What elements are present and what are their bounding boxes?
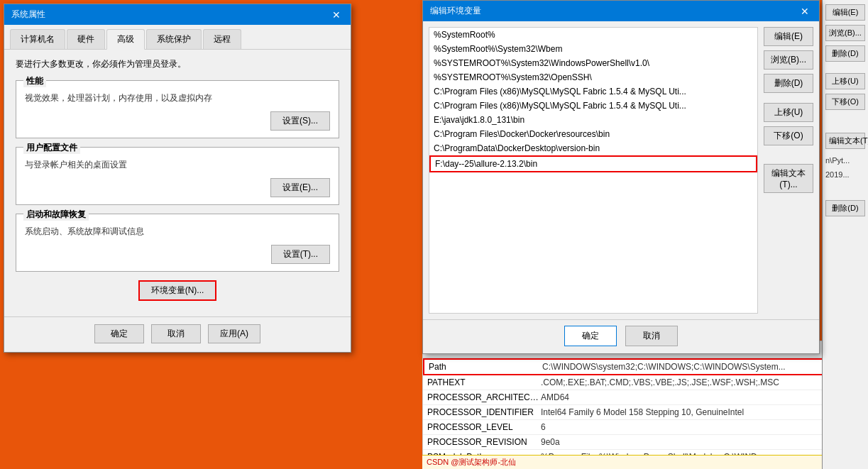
sys-props-title: 系统属性 <box>11 9 45 21</box>
edit-env-titlebar: 编辑环境变量 ✕ <box>423 1 819 21</box>
edit-env-title: 编辑环境变量 <box>430 5 481 17</box>
sys-props-tabs: 计算机名 硬件 高级 系统保护 远程 <box>4 25 351 50</box>
admin-notice: 要进行大多数更改，你必须作为管理员登录。 <box>16 58 339 70</box>
sys-props-footer: 确定 取消 应用(A) <box>4 316 351 352</box>
var-name: PROCESSOR_IDENTIFIER <box>427 407 541 417</box>
sys-props-apply-btn[interactable]: 应用(A) <box>208 324 260 343</box>
sys-vars-row[interactable]: PROCESSOR_IDENTIFIERIntel64 Family 6 Mod… <box>423 405 847 420</box>
var-name: PATHEXT <box>427 377 541 387</box>
sys-props-cancel-btn[interactable]: 取消 <box>151 324 201 343</box>
startup-recovery-title: 启动和故障恢复 <box>23 209 89 221</box>
sys-vars-row[interactable]: PathC:\WINDOWS\system32;C:\WINDOWS;C:\WI… <box>423 358 847 375</box>
var-value: Intel64 Family 6 Model 158 Stepping 10, … <box>541 407 843 417</box>
var-value: 9e0a <box>541 437 843 447</box>
user-profiles-desc: 与登录帐户相关的桌面设置 <box>25 159 330 171</box>
edit-btn[interactable]: 编辑(E) <box>764 27 813 46</box>
edit-env-ok-btn[interactable]: 确定 <box>564 326 617 346</box>
path-list-item[interactable]: C:\ProgramData\DockerDesktop\version-bin <box>429 141 757 155</box>
csdn-watermark: CSDN @测试架构师-北仙 <box>422 455 822 469</box>
var-name: PROCESSOR_LEVEL <box>427 422 541 432</box>
edit-env-body: %SystemRoot%%SystemRoot%\System32\Wbem%S… <box>423 21 819 319</box>
edit-env-cancel-btn[interactable]: 取消 <box>625 326 678 346</box>
path-list-item[interactable]: E:\java\jdk1.8.0_131\bin <box>429 113 757 127</box>
sys-vars-row[interactable]: PATHEXT.COM;.EXE;.BAT;.CMD;.VBS;.VBE;.JS… <box>423 375 847 390</box>
right-side-panel: 编辑(E) 浏览(B)... 删除(D) 上移(U) 下移(O) 编辑文本(T)… <box>822 0 868 469</box>
user-profiles-title: 用户配置文件 <box>23 142 80 154</box>
right-edit-text-btn[interactable]: 编辑文本(T)... <box>825 133 865 149</box>
startup-recovery-settings-btn[interactable]: 设置(T)... <box>271 245 330 264</box>
path-list-item[interactable]: C:\Program Files\Docker\Docker\resources… <box>429 127 757 141</box>
path-list-item[interactable]: F:\day--25\allure-2.13.2\bin <box>429 155 757 172</box>
path-list-item[interactable]: C:\Program Files (x86)\MySQL\MySQL Fabri… <box>429 99 757 113</box>
path-list-item[interactable]: C:\Program Files (x86)\MySQL\MySQL Fabri… <box>429 84 757 99</box>
sys-vars-row[interactable]: PROCESSOR_LEVEL6 <box>423 420 847 435</box>
var-value: AMD64 <box>541 392 843 402</box>
path-list-item[interactable]: %SYSTEMROOT%\System32\WindowsPowerShell\… <box>429 56 757 70</box>
edit-env-dialog: 编辑环境变量 ✕ %SystemRoot%%SystemRoot%\System… <box>422 0 820 354</box>
performance-desc: 视觉效果，处理器计划，内存使用，以及虚拟内存 <box>25 92 330 104</box>
startup-recovery-desc: 系统启动、系统故障和调试信息 <box>25 226 330 238</box>
performance-section: 性能 视觉效果，处理器计划，内存使用，以及虚拟内存 设置(S)... <box>16 80 339 138</box>
path-list-item[interactable]: %SystemRoot% <box>429 28 757 42</box>
performance-title: 性能 <box>23 75 46 87</box>
right-delete-btn[interactable]: 删除(D) <box>825 45 865 62</box>
startup-recovery-section: 启动和故障恢复 系统启动、系统故障和调试信息 设置(T)... <box>16 214 339 272</box>
user-profiles-section: 用户配置文件 与登录帐户相关的桌面设置 设置(E)... <box>16 147 339 205</box>
sys-props-ok-btn[interactable]: 确定 <box>94 324 144 343</box>
csdn-text: CSDN @测试架构师-北仙 <box>427 457 516 468</box>
right-partial-text1: n\Pyt... <box>823 153 868 167</box>
tab-computer-name[interactable]: 计算机名 <box>10 29 65 49</box>
edit-env-footer: 确定 取消 <box>423 319 819 353</box>
delete-btn[interactable]: 删除(D) <box>764 74 813 93</box>
sys-props-close-btn[interactable]: ✕ <box>329 9 344 21</box>
right-up-btn[interactable]: 上移(U) <box>825 73 865 89</box>
user-profiles-settings-btn[interactable]: 设置(E)... <box>270 178 330 197</box>
right-edit-btn[interactable]: 编辑(E) <box>825 4 865 21</box>
sys-vars-table: 变量 值 PathC:\WINDOWS\system32;C:\WINDOWS;… <box>422 341 848 465</box>
right-delete-btn2[interactable]: 删除(D) <box>825 200 865 216</box>
env-variables-btn[interactable]: 环境变量(N)... <box>138 280 217 301</box>
sys-props-body: 要进行大多数更改，你必须作为管理员登录。 性能 视觉效果，处理器计划，内存使用，… <box>4 50 351 314</box>
side-buttons: 编辑(E) 浏览(B)... 删除(D) 上移(U) 下移(O) 编辑文本(T)… <box>758 21 819 319</box>
system-properties-dialog: 系统属性 ✕ 计算机名 硬件 高级 系统保护 远程 要进行大多数更改，你必须作为… <box>4 4 351 353</box>
edit-env-close-btn[interactable]: ✕ <box>798 6 812 17</box>
var-name: Path <box>429 362 542 372</box>
sys-vars-row[interactable]: PROCESSOR_ARCHITECT...AMD64 <box>423 390 847 405</box>
path-list-item[interactable]: %SYSTEMROOT%\System32\OpenSSH\ <box>429 70 757 84</box>
right-down-btn[interactable]: 下移(O) <box>825 94 865 110</box>
edit-text-btn[interactable]: 编辑文本(T)... <box>764 164 813 193</box>
tab-advanced[interactable]: 高级 <box>106 29 145 50</box>
var-name: PROCESSOR_ARCHITECT... <box>427 392 541 402</box>
sys-vars-row[interactable]: PROCESSOR_REVISION9e0a <box>423 435 847 450</box>
up-btn[interactable]: 上移(U) <box>764 103 813 122</box>
tab-remote[interactable]: 远程 <box>203 29 241 49</box>
path-list[interactable]: %SystemRoot%%SystemRoot%\System32\Wbem%S… <box>429 27 758 314</box>
var-value: C:\WINDOWS\system32;C:\WINDOWS;C:\WINDOW… <box>542 362 842 372</box>
var-value: .COM;.EXE;.BAT;.CMD;.VBS;.VBE;.JS;.JSE;.… <box>541 377 843 387</box>
performance-settings-btn[interactable]: 设置(S)... <box>270 111 330 131</box>
var-name: PROCESSOR_REVISION <box>427 437 541 447</box>
tab-hardware[interactable]: 硬件 <box>67 29 105 49</box>
tab-system-protection[interactable]: 系统保护 <box>146 29 202 49</box>
var-value: 6 <box>541 422 843 432</box>
sys-props-titlebar: 系统属性 ✕ <box>4 4 351 25</box>
path-list-item[interactable]: %SystemRoot%\System32\Wbem <box>429 42 757 56</box>
browse-btn[interactable]: 浏览(B)... <box>764 50 813 70</box>
down-btn[interactable]: 下移(O) <box>764 126 813 145</box>
right-browse-btn[interactable]: 浏览(B)... <box>825 25 865 41</box>
right-partial-text2: 2019... <box>823 167 868 182</box>
